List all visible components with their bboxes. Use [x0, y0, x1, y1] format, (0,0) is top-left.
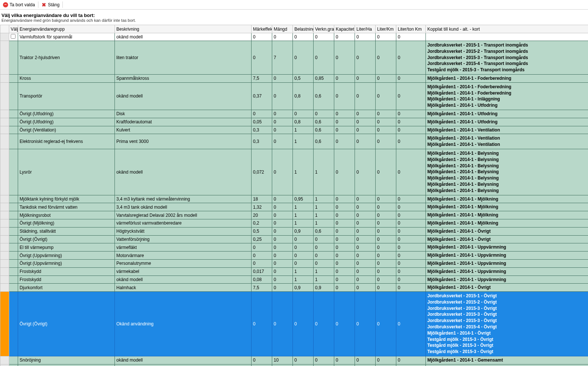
cell-valj[interactable]: [9, 82, 18, 110]
cell-valj[interactable]: [9, 118, 18, 126]
table-row[interactable]: Traktor 2-hjulsdrivenliten traktor070000…: [0, 41, 588, 75]
table-row[interactable]: Varmluftstork för spannmålokänd modell00…: [0, 33, 588, 41]
cell-beskrivning: okänd modell: [115, 82, 252, 110]
cell-valj[interactable]: [9, 149, 18, 195]
table-row[interactable]: Övrigt (Uppvärmning)Motorvärmare00000000…: [0, 252, 588, 260]
cell-valj[interactable]: [9, 110, 18, 118]
table-row[interactable]: Övrigt (Utfodring)Kraftfoderautomat0,050…: [0, 118, 588, 126]
row-marker[interactable]: [0, 41, 9, 75]
table-row[interactable]: KrossSpannmålskross7,500,50,850000Mjölkg…: [0, 74, 588, 82]
row-checkbox[interactable]: [11, 34, 16, 39]
cell-value: 0: [314, 252, 334, 260]
cell-valj[interactable]: [9, 227, 18, 235]
row-marker[interactable]: [0, 110, 9, 118]
row-marker[interactable]: [0, 235, 9, 243]
table-row[interactable]: Snöröjningokänd modell010000000Mjölkgård…: [0, 356, 588, 365]
cell-beskrivning: 3,4 m3 kyltank med värmeåtervinning: [115, 195, 252, 203]
table-row[interactable]: Mjölktank kylning förkyld mjölk3,4 m3 ky…: [0, 195, 588, 203]
cell-valj[interactable]: [9, 364, 18, 366]
col-belastning[interactable]: Belastning: [293, 25, 314, 33]
kopplat-line: Testgård mjölk - 2015-3 - Övrigt: [427, 336, 588, 343]
close-button[interactable]: Stäng: [38, 1, 63, 8]
row-marker[interactable]: [0, 243, 9, 252]
table-row[interactable]: Övrigt (Övrigt)Okänd användning00000000J…: [0, 292, 588, 356]
row-marker[interactable]: [0, 149, 9, 195]
row-marker[interactable]: [0, 33, 9, 41]
cell-valj[interactable]: [9, 292, 18, 356]
row-marker[interactable]: [0, 74, 9, 82]
row-marker[interactable]: [0, 82, 9, 110]
row-marker[interactable]: [0, 276, 9, 284]
cell-valj[interactable]: [9, 276, 18, 284]
cell-valj[interactable]: [9, 252, 18, 260]
cell-value: 0,8: [293, 118, 314, 126]
col-markeffekt[interactable]: Märkeffekt: [252, 25, 272, 33]
cell-valj[interactable]: [9, 195, 18, 203]
table-row[interactable]: Frostskyddvärmekabel0,0170110000Mjölkgår…: [0, 267, 588, 276]
kopplat-line: Jordbruksverket - 2015-1 - Övrigt: [427, 293, 588, 299]
table-row[interactable]: Frostskyddokänd modell0,080110000Mjölkgå…: [0, 276, 588, 284]
row-marker[interactable]: [0, 126, 9, 134]
cell-value: 0: [376, 252, 396, 260]
cell-valj[interactable]: [9, 356, 18, 365]
table-row[interactable]: Städning, stalltvättHögtryckstvätt0,500,…: [0, 227, 588, 235]
row-marker[interactable]: [0, 356, 9, 365]
table-row[interactable]: Tankdisk med förvärmt vatten3,4 m3 tank …: [0, 203, 588, 211]
col-verkngrad[interactable]: Verkn.grad: [314, 25, 334, 33]
col-grupp[interactable]: Energianvändaregrupp: [18, 25, 115, 33]
table-row[interactable]: Övrigt (Ventilation)Kulvert0,3010,60000M…: [0, 126, 588, 134]
cell-value: 0,6: [314, 118, 334, 126]
col-litertonkm[interactable]: Liter/ton Km: [396, 25, 426, 33]
cell-valj[interactable]: [9, 235, 18, 243]
close-icon: [41, 2, 47, 7]
row-marker[interactable]: [0, 211, 9, 219]
col-valj[interactable]: Välj: [9, 25, 18, 33]
cell-valj[interactable]: [9, 134, 18, 149]
col-kapacitet[interactable]: Kapacitet: [334, 25, 355, 33]
cell-valj[interactable]: [9, 243, 18, 252]
table-row[interactable]: El till värmepumpvärmefläkt00000000Mjölk…: [0, 243, 588, 252]
col-mangd[interactable]: Mängd: [272, 25, 293, 33]
row-marker[interactable]: [0, 292, 9, 356]
cell-grupp: Kross: [18, 74, 115, 82]
table-row[interactable]: DjurkomfortHalmhack7,500,90,90000Mjölkgå…: [0, 284, 588, 292]
row-marker[interactable]: [0, 195, 9, 203]
table-row[interactable]: Lysrörokänd modell0,0720110000Mjölkgårde…: [0, 149, 588, 195]
energy-users-table[interactable]: Välj Energianvändaregrupp Beskrivning Mä…: [0, 25, 588, 366]
row-marker[interactable]: [0, 203, 9, 211]
cell-valj[interactable]: [9, 219, 18, 227]
row-marker[interactable]: [0, 364, 9, 366]
col-literha[interactable]: Liter/Ha: [355, 25, 376, 33]
cell-value: 0: [272, 195, 293, 203]
row-marker[interactable]: [0, 134, 9, 149]
table-row[interactable]: Lastmaskinokänd modell012000000Mjölkgård…: [0, 364, 588, 366]
cell-valj[interactable]: [9, 41, 18, 75]
table-row[interactable]: Övrigt (Mjölkning)värmeförlust varmvatte…: [0, 219, 588, 227]
cell-valj[interactable]: [9, 33, 18, 41]
cell-valj[interactable]: [9, 126, 18, 134]
row-marker[interactable]: [0, 252, 9, 260]
cell-valj[interactable]: [9, 259, 18, 267]
cell-valj[interactable]: [9, 284, 18, 292]
table-row[interactable]: MjölkningsrobotVarvtalsreglerad Delaval …: [0, 211, 588, 219]
table-row[interactable]: Övrigt (Utfodring)Disk00000000Mjölkgårde…: [0, 110, 588, 118]
table-row[interactable]: Elektroniskt reglerad-ej frekvensPrima v…: [0, 134, 588, 149]
table-row[interactable]: Övrigt (Övrigt)Vattenförsörjning0,250000…: [0, 235, 588, 243]
col-literkm[interactable]: Liter/Km: [376, 25, 396, 33]
row-marker[interactable]: [0, 267, 9, 276]
table-row[interactable]: Övrigt (Uppvärmning)Personalutrymme00000…: [0, 259, 588, 267]
col-beskr[interactable]: Beskrivning: [115, 25, 252, 33]
row-marker[interactable]: [0, 227, 9, 235]
row-marker[interactable]: [0, 284, 9, 292]
cell-valj[interactable]: [9, 267, 18, 276]
cell-value: 0: [376, 82, 396, 110]
cell-valj[interactable]: [9, 211, 18, 219]
col-kopplat[interactable]: Kopplat till kund - alt. - kort: [426, 25, 588, 33]
cell-valj[interactable]: [9, 74, 18, 82]
cell-valj[interactable]: [9, 203, 18, 211]
remove-selected-button[interactable]: Ta bort valda: [0, 1, 38, 8]
row-marker[interactable]: [0, 219, 9, 227]
table-row[interactable]: Transportörokänd modell0,3700,80,60000Mj…: [0, 82, 588, 110]
row-marker[interactable]: [0, 118, 9, 126]
row-marker[interactable]: [0, 259, 9, 267]
